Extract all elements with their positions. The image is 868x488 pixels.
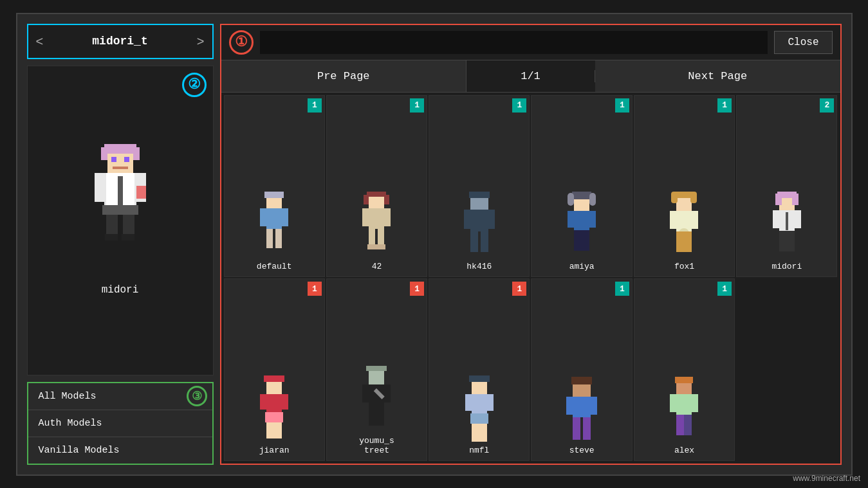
svg-rect-44 (572, 192, 591, 199)
model-name-fox1: fox1 (674, 262, 694, 274)
svg-rect-70 (779, 231, 787, 251)
svg-rect-61 (684, 231, 692, 252)
svg-rect-24 (275, 229, 282, 248)
model-name-42: 42 (372, 262, 382, 274)
model-sprite-hk416 (457, 188, 502, 259)
model-sprite-default (252, 188, 297, 259)
model-name-amiya: amiya (569, 262, 595, 274)
next-player-button[interactable]: > (197, 34, 205, 49)
model-badge-nmfl: 1 (512, 282, 526, 296)
prev-page-button[interactable]: Pre Page (221, 60, 467, 92)
svg-rect-89 (469, 375, 490, 382)
svg-rect-2 (101, 147, 107, 160)
player-preview-label: midori (102, 284, 139, 296)
svg-rect-39 (464, 210, 470, 229)
svg-rect-93 (470, 413, 488, 424)
svg-rect-87 (376, 405, 384, 426)
models-grid: 1 default 1 (221, 93, 840, 464)
model-item-youmu-street[interactable]: 1 youmu_street (326, 278, 427, 461)
model-name-midori: midori (771, 262, 802, 274)
svg-rect-102 (583, 417, 591, 440)
svg-rect-29 (369, 208, 384, 229)
svg-rect-3 (133, 147, 140, 160)
svg-rect-74 (266, 394, 282, 412)
model-badge-amiya: 1 (615, 98, 629, 113)
player-name: midori_t (92, 35, 147, 48)
page-indicator: 1/1 (466, 70, 595, 82)
model-item-midori[interactable]: 2 midori (736, 95, 837, 278)
svg-rect-31 (384, 208, 391, 226)
svg-rect-57 (670, 211, 676, 229)
model-badge-alex: 1 (717, 282, 732, 296)
model-item-42[interactable]: 1 42 (326, 95, 427, 278)
vanilla-models-button[interactable]: Vanilla Models (28, 437, 212, 464)
svg-rect-84 (384, 384, 391, 402)
model-sprite-alex (661, 372, 706, 443)
svg-rect-67 (773, 210, 779, 228)
model-item-default[interactable]: 1 default (224, 95, 325, 278)
svg-rect-68 (795, 210, 801, 228)
close-button[interactable]: Close (774, 31, 832, 54)
left-panel: < midori_t > ② (27, 24, 214, 465)
svg-rect-100 (591, 397, 597, 415)
svg-rect-47 (574, 211, 589, 230)
model-sprite-steve (559, 372, 604, 443)
svg-rect-97 (571, 377, 592, 384)
svg-rect-20 (266, 208, 282, 229)
model-name-youmu-street: youmu_street (359, 436, 394, 458)
svg-rect-78 (266, 422, 274, 438)
svg-rect-42 (481, 231, 488, 252)
svg-rect-71 (787, 231, 795, 251)
svg-rect-83 (362, 384, 369, 402)
model-badge-default: 1 (308, 98, 322, 113)
svg-rect-90 (472, 394, 487, 413)
svg-rect-5 (124, 157, 129, 162)
model-item-amiya[interactable]: 1 amiya (531, 95, 632, 278)
player-header: < midori_t > (27, 24, 214, 59)
svg-rect-58 (692, 211, 698, 229)
model-badge-youmu-street: 1 (410, 282, 424, 296)
svg-rect-99 (566, 397, 573, 415)
model-item-nmfl[interactable]: 1 nmfl (429, 278, 530, 461)
svg-rect-15 (105, 234, 118, 240)
svg-rect-37 (469, 192, 490, 198)
svg-rect-30 (362, 208, 369, 226)
svg-rect-28 (384, 195, 389, 204)
svg-rect-81 (366, 366, 387, 371)
svg-rect-26 (367, 192, 386, 197)
model-item-alex[interactable]: 1 alex (634, 278, 735, 461)
model-item-jiaran[interactable]: 1 jiaran (224, 278, 325, 461)
model-badge-steve: 1 (615, 282, 629, 296)
svg-rect-1 (104, 144, 136, 154)
model-name-alex: alex (674, 446, 694, 458)
search-input[interactable] (260, 31, 768, 54)
svg-rect-94 (472, 424, 479, 442)
watermark: www.9minecraft.net (793, 474, 860, 483)
svg-rect-108 (676, 415, 684, 435)
player-preview: ② (27, 66, 214, 375)
model-item-hk416[interactable]: 1 hk416 (429, 95, 530, 278)
auth-models-button[interactable]: Auth Models (28, 410, 212, 437)
svg-rect-95 (479, 424, 487, 442)
model-badge-fox1: 1 (717, 98, 732, 113)
model-item-steve[interactable]: 1 steve (531, 278, 632, 461)
all-models-button[interactable]: All Models ③ (28, 383, 212, 410)
svg-rect-73 (264, 375, 284, 382)
svg-rect-76 (282, 394, 288, 410)
model-item-fox1[interactable]: 1 fox1 (634, 95, 735, 278)
badge-3: ③ (187, 386, 207, 406)
svg-rect-35 (376, 244, 385, 249)
svg-rect-69 (786, 212, 788, 230)
svg-rect-105 (676, 394, 692, 415)
svg-rect-79 (274, 422, 282, 438)
model-sprite-midori (764, 188, 809, 259)
pagination-row: Pre Page 1/1 Next Page (221, 60, 840, 93)
svg-rect-101 (573, 417, 580, 440)
svg-rect-4 (111, 157, 116, 162)
svg-rect-38 (470, 210, 488, 231)
next-page-button[interactable]: Next Page (595, 60, 840, 92)
model-sprite-jiaran (252, 372, 297, 443)
svg-rect-41 (470, 231, 478, 252)
model-name-hk416: hk416 (466, 262, 492, 274)
prev-player-button[interactable]: < (36, 34, 44, 49)
